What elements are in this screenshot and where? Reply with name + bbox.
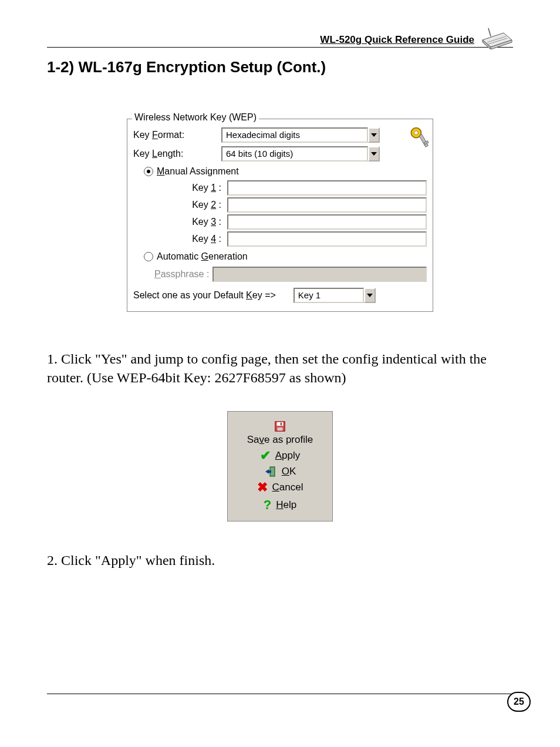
auto-radio-row[interactable]: Automatic Generation — [144, 251, 427, 262]
default-key-combo[interactable]: Key 1 — [294, 288, 376, 303]
help-button[interactable]: ? Help — [232, 497, 328, 513]
key-format-combo[interactable]: Hexadecimal digits — [221, 127, 380, 143]
key-length-row: Key Length: 64 bits (10 digits) — [133, 146, 427, 161]
ok-label: OK — [282, 466, 296, 477]
key3-row: Key 3 : — [133, 214, 427, 230]
key3-label: Key 3 : — [133, 217, 227, 227]
key1-label: Key 1 : — [133, 183, 227, 193]
manual-radio-row[interactable]: Manual Assignment — [144, 166, 427, 177]
save-icon — [274, 420, 286, 433]
question-icon: ? — [264, 497, 271, 513]
header-title: WL-520g Quick Reference Guide — [320, 34, 474, 46]
cancel-label: Cancel — [272, 482, 303, 493]
key1-input[interactable] — [227, 180, 427, 196]
ok-button[interactable]: OK — [232, 466, 328, 477]
key-icon — [409, 125, 429, 154]
apply-button[interactable]: ✔ Apply — [232, 448, 328, 463]
wep-dialog: Wireless Network Key (WEP) Key Format: H… — [119, 106, 441, 320]
fieldset-legend: Wireless Network Key (WEP) — [132, 112, 259, 123]
svg-point-7 — [414, 131, 419, 135]
key1-row: Key 1 : — [133, 180, 427, 196]
key4-label: Key 4 : — [133, 234, 227, 244]
radio-unselected-icon[interactable] — [144, 252, 153, 261]
key2-row: Key 2 : — [133, 197, 427, 213]
radio-selected-icon[interactable] — [144, 167, 153, 176]
key-length-combo[interactable]: 64 bits (10 digits) — [221, 146, 380, 161]
apply-label: Apply — [275, 450, 301, 462]
key-format-value[interactable]: Hexadecimal digits — [221, 127, 368, 143]
key-length-value[interactable]: 64 bits (10 digits) — [221, 146, 368, 161]
page-header: WL-520g Quick Reference Guide — [47, 18, 513, 48]
key-format-label: Key Format: — [133, 130, 221, 140]
default-key-row: Select one as your Default Key => Key 1 — [133, 288, 427, 303]
save-profile-label: Save as profile — [247, 434, 313, 446]
action-button-panel: Save as profile ✔ Apply OK ✖ Cancel ? He… — [227, 411, 333, 521]
automatic-generation-label: Automatic Generation — [157, 251, 248, 262]
key4-row: Key 4 : — [133, 231, 427, 247]
default-key-value[interactable]: Key 1 — [294, 288, 364, 303]
key-length-label: Key Length: — [133, 149, 221, 159]
router-icon — [478, 25, 513, 49]
key4-input[interactable] — [227, 231, 427, 247]
x-icon: ✖ — [257, 480, 268, 495]
section-heading: 1-2) WL-167g Encryption Setup (Cont.) — [47, 58, 513, 76]
passphrase-row: Passphrase : — [154, 267, 427, 282]
cancel-button[interactable]: ✖ Cancel — [232, 480, 328, 495]
save-profile-button[interactable]: Save as profile — [232, 420, 328, 446]
key2-label: Key 2 : — [133, 200, 227, 210]
svg-rect-13 — [281, 422, 282, 425]
exit-door-icon — [264, 466, 277, 477]
passphrase-input — [212, 267, 427, 282]
svg-rect-8 — [419, 134, 428, 147]
instruction-step-2: 2. Click "Apply" when finish. — [47, 551, 513, 570]
instruction-step-1: 1. Click "Yes" and jump to config page, … — [47, 349, 513, 388]
dropdown-icon[interactable] — [368, 146, 380, 161]
svg-rect-12 — [277, 428, 282, 431]
page-number: 25 — [507, 692, 531, 712]
dropdown-icon[interactable] — [364, 288, 376, 303]
svg-rect-11 — [277, 422, 284, 425]
footer-divider — [47, 694, 513, 694]
dropdown-icon[interactable] — [368, 127, 380, 143]
passphrase-label: Passphrase : — [154, 269, 209, 280]
key3-input[interactable] — [227, 214, 427, 230]
document-page: WL-520g Quick Reference Guide 1-2) WL-16… — [0, 0, 560, 747]
svg-line-0 — [488, 28, 491, 36]
manual-assignment-label: Manual Assignment — [157, 166, 239, 177]
default-key-label: Select one as your Default Key => — [133, 290, 276, 301]
wep-fieldset: Wireless Network Key (WEP) Key Format: H… — [127, 119, 433, 312]
key-format-row: Key Format: Hexadecimal digits — [133, 127, 427, 143]
help-label: Help — [276, 499, 296, 511]
check-icon: ✔ — [260, 448, 271, 463]
key2-input[interactable] — [227, 197, 427, 213]
